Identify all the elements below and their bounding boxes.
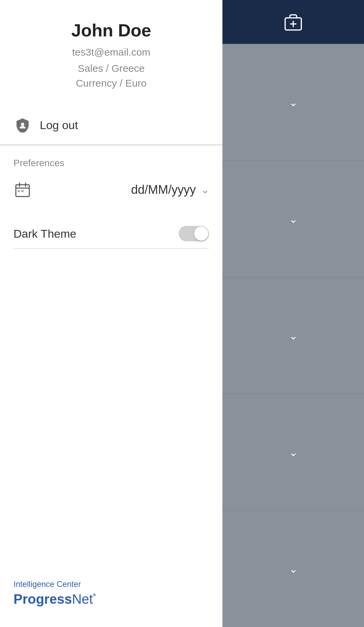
svg-point-0 (21, 123, 24, 126)
right-section-4[interactable]: ⌄ (222, 394, 364, 510)
user-name: John Doe (13, 20, 209, 40)
shield-icon (13, 116, 32, 134)
dark-theme-toggle[interactable] (179, 226, 209, 241)
new-project-button[interactable] (222, 0, 364, 44)
date-select-container[interactable]: dd/MM/yyyy ⌄ (40, 183, 209, 197)
right-section-3[interactable]: ⌄ (222, 277, 364, 394)
preferences-title: Preferences (13, 158, 209, 169)
svg-rect-6 (21, 190, 24, 192)
preferences-section: Preferences dd/MM/yyyy ⌄ (0, 146, 222, 259)
chevron-down-icon-2: ⌄ (289, 214, 298, 225)
chevron-down-icon-5: ⌄ (289, 564, 298, 574)
briefcase-plus-icon (283, 12, 303, 32)
user-currency: Currency / Euro (13, 78, 209, 89)
svg-rect-5 (18, 190, 20, 192)
right-section-5[interactable]: ⌄ (222, 510, 364, 627)
progressnet-bold: Progress (13, 592, 72, 606)
branding-section: Intelligence Center ProgressNet° (13, 579, 96, 607)
calendar-icon (13, 181, 32, 199)
left-panel: John Doe tes3t@email.com Sales / Greece … (0, 0, 222, 627)
chevron-down-icon-3: ⌄ (289, 330, 298, 341)
progressnet-logo: ProgressNet° (13, 592, 96, 607)
date-format-row[interactable]: dd/MM/yyyy ⌄ (13, 181, 209, 206)
chevron-down-icon-4: ⌄ (289, 447, 298, 458)
dark-theme-label: Dark Theme (13, 227, 76, 240)
date-format-value: dd/MM/yyyy (131, 183, 196, 197)
progressnet-net: Net (72, 592, 93, 606)
chevron-down-icon-1: ⌄ (289, 97, 298, 108)
progressnet-degree: ° (93, 592, 96, 601)
date-select-chevron-icon: ⌄ (201, 184, 209, 196)
intelligence-center-text: Intelligence Center (13, 579, 96, 589)
user-info-section: John Doe tes3t@email.com Sales / Greece … (0, 0, 222, 106)
user-email: tes3t@email.com (13, 47, 209, 58)
toggle-knob (194, 227, 208, 241)
right-section-1[interactable]: ⌄ (222, 44, 364, 160)
right-section-2[interactable]: ⌄ (222, 160, 364, 277)
logout-section[interactable]: Log out (0, 106, 222, 145)
user-department: Sales / Greece (13, 63, 209, 74)
empty-area (0, 259, 222, 627)
dark-theme-row: Dark Theme (13, 219, 209, 249)
right-panel: ⌄ ⌄ ⌄ ⌄ ⌄ (222, 0, 364, 627)
logout-label: Log out (40, 119, 78, 132)
